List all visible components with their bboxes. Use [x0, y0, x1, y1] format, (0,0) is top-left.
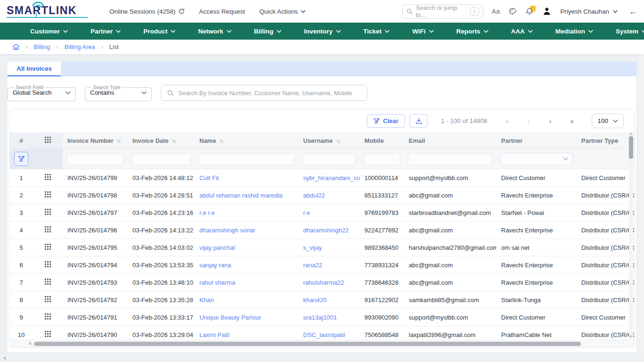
prev-page-button[interactable]: ‹ — [520, 117, 537, 125]
breadcrumb-billing-area[interactable]: Billing Area — [65, 43, 95, 50]
page-size-select[interactable]: 100 — [592, 114, 624, 128]
text-size-icon[interactable]: Aa — [492, 8, 500, 15]
nav-menu-item[interactable]: Network — [187, 23, 242, 40]
nav-menu-item[interactable]: Mediation — [544, 23, 604, 40]
nav-menu-item[interactable]: System — [604, 23, 644, 40]
global-search-input[interactable]: Search or jump to... / — [402, 4, 483, 19]
clear-filters-button[interactable]: Clear — [367, 114, 405, 128]
row-grid-handle[interactable] — [45, 226, 51, 232]
access-request-link[interactable]: Access Request — [199, 8, 245, 15]
nav-menu-item[interactable]: WiFi — [401, 23, 445, 40]
next-page-button[interactable]: › — [542, 117, 559, 125]
search-type-select[interactable]: Search Type Contains — [85, 84, 152, 101]
cell-name-link[interactable]: Khan — [195, 291, 298, 309]
row-number: 4 — [10, 222, 33, 239]
cell-name-link[interactable]: abdul rehaman rashid maredia — [195, 187, 298, 204]
cell-username-link[interactable]: rana22 — [298, 256, 360, 274]
row-grid-handle[interactable] — [45, 209, 51, 215]
col-username[interactable]: Username↑↓ — [298, 132, 360, 149]
invoice-search-input[interactable] — [178, 90, 361, 97]
row-grid-handle[interactable] — [45, 191, 51, 197]
row-grid-handle[interactable] — [45, 174, 51, 180]
filter-username[interactable] — [302, 153, 356, 165]
last-page-button[interactable]: » — [563, 117, 580, 125]
row-number: 2 — [10, 187, 33, 204]
vertical-scroll-thumb[interactable] — [629, 136, 633, 159]
sort-icon[interactable]: ↑↓ — [117, 138, 121, 144]
cell-name-link[interactable]: dharamshingh sonar — [195, 222, 298, 239]
user-avatar[interactable] — [542, 7, 552, 16]
nav-menu-item[interactable]: Inventory — [293, 23, 352, 40]
filter-invoice-number[interactable] — [66, 153, 124, 165]
download-button[interactable] — [410, 114, 428, 128]
breadcrumb-billing[interactable]: Billing — [34, 43, 50, 50]
nav-menu-item[interactable]: Reports — [445, 23, 500, 40]
refresh-icon[interactable] — [178, 8, 185, 15]
col-partner: Partner — [496, 132, 577, 149]
first-page-button[interactable]: « — [498, 117, 515, 125]
nav-menu-item[interactable]: AAA — [500, 23, 544, 40]
filter-partner-select[interactable] — [500, 153, 573, 165]
nav-menu-item[interactable]: Customer — [19, 23, 79, 40]
nav-menu-item[interactable]: Partner — [79, 23, 132, 40]
table-vertical-scrollbar[interactable] — [629, 132, 633, 339]
col-name[interactable]: Name↑↓ — [195, 132, 298, 149]
scroll-left-arrow[interactable] — [29, 342, 31, 346]
row-grid-handle[interactable] — [45, 279, 51, 285]
filter-mobile[interactable] — [363, 153, 400, 165]
table-horizontal-scrollbar[interactable] — [10, 340, 634, 347]
tab-all-invoices[interactable]: All Invoices — [8, 62, 61, 76]
notifications-bell-icon[interactable] — [525, 7, 534, 16]
scroll-left-arrow[interactable] — [3, 356, 6, 360]
cell-username-link[interactable]: s_vijay — [298, 239, 360, 256]
cell-email: abc@gmail.com — [404, 274, 496, 291]
online-sessions-link[interactable]: Online Sessions (4258) — [109, 8, 185, 15]
filter-name[interactable] — [198, 153, 295, 165]
user-menu[interactable]: Priyesh Chauhan — [560, 8, 618, 15]
cell-name-link[interactable]: rahul sharma — [195, 274, 298, 291]
chevron-down-icon — [563, 157, 569, 161]
row-grid-handle[interactable] — [45, 244, 51, 250]
sort-icon[interactable]: ↑↓ — [336, 138, 340, 144]
row-grid-handle[interactable] — [45, 261, 51, 267]
cell-username-link[interactable]: abdul22 — [298, 187, 360, 204]
col-invoice-date[interactable]: Invoice Date↑↓ — [128, 132, 195, 149]
filter-email[interactable] — [408, 153, 493, 165]
cell-name-link[interactable]: sanjay rana — [195, 256, 298, 274]
cell-username-link[interactable]: r.e — [298, 204, 360, 222]
cell-name-link[interactable]: vijay panchal — [195, 239, 298, 256]
scroll-up-arrow[interactable] — [629, 132, 632, 135]
cell-username-link[interactable]: sybr_hiranandani_cult — [298, 169, 360, 187]
cell-partner-type: Distributor (CSR/OC — [577, 222, 634, 239]
row-grid-handle[interactable] — [45, 331, 51, 337]
page-scrollbar-gutter[interactable] — [637, 54, 644, 362]
chevron-down-icon — [429, 30, 434, 33]
cell-mobile: 1000000114 — [360, 169, 404, 187]
cell-username-link[interactable]: sra13aj1001 — [298, 309, 360, 326]
nav-menu-item[interactable]: Billing — [243, 23, 293, 40]
cell-username-link[interactable]: khan420 — [298, 291, 360, 309]
search-field-select[interactable]: Search Field Global Search — [8, 84, 76, 101]
cell-username-link[interactable]: rahulsharma22 — [298, 274, 360, 291]
row-grid-handle[interactable] — [45, 313, 51, 320]
cell-username-link[interactable]: dharamshingh22 — [298, 222, 360, 239]
cell-name-link[interactable]: Cult Fit — [195, 169, 298, 187]
smartlink-logo[interactable]: SMARTLINK — [7, 5, 88, 18]
scroll-down-arrow[interactable] — [629, 336, 632, 338]
row-grid-handle[interactable] — [45, 296, 51, 302]
nav-menu-item[interactable]: Ticket — [352, 23, 401, 40]
home-icon[interactable] — [12, 43, 20, 50]
cell-name-link[interactable]: Unique Beauty Parlour — [195, 309, 298, 326]
horizontal-scroll-thumb[interactable] — [34, 342, 581, 346]
col-invoice-number[interactable]: Invoice Number↑↓ — [63, 132, 128, 149]
sort-icon[interactable]: ↑↓ — [172, 138, 176, 144]
sort-icon[interactable]: ↑↓ — [219, 138, 223, 144]
page-horizontal-scrollbar[interactable] — [0, 354, 644, 362]
nav-menu-item[interactable]: Product — [132, 23, 187, 40]
filter-clear-button[interactable] — [14, 152, 28, 166]
back-arrow-button[interactable]: ← — [629, 7, 637, 16]
filter-invoice-date[interactable] — [132, 153, 191, 165]
quick-actions-menu[interactable]: Quick Actions — [259, 8, 305, 15]
cell-name-link[interactable]: r.e r.e — [195, 204, 298, 222]
theme-palette-icon[interactable] — [508, 7, 517, 16]
